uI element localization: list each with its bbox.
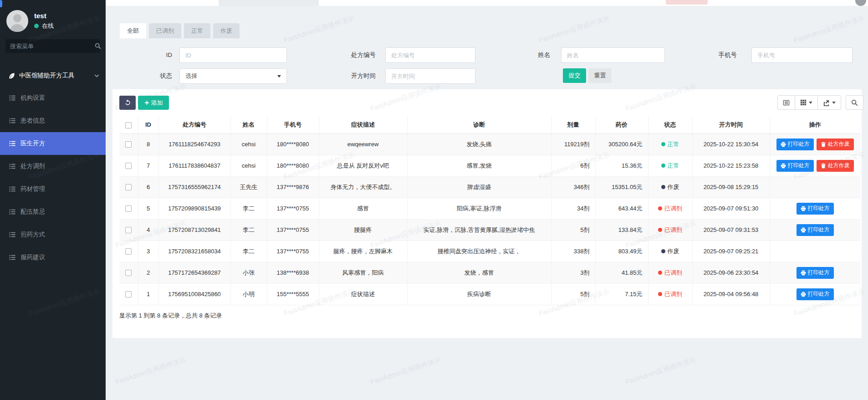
list-icon xyxy=(9,95,15,101)
cell-symptom: 腰腿疼 xyxy=(319,219,407,241)
tab-已调剂[interactable]: 已调剂 xyxy=(149,23,181,38)
filter-id-input[interactable] xyxy=(179,47,287,63)
cell-diagnosis: 腰椎间盘突出压迫神经，实证， xyxy=(407,241,551,262)
list-icon xyxy=(9,209,15,215)
cell-price: 15351.05元 xyxy=(595,176,648,198)
action-button-label: 打印处方 xyxy=(788,140,810,148)
print-prescription-button[interactable]: 打印处方 xyxy=(776,160,814,172)
print-prescription-button[interactable]: 打印处方 xyxy=(776,138,814,150)
detail-view-button[interactable] xyxy=(777,95,795,110)
filter-id-label: ID xyxy=(114,47,172,63)
cell-id: 2 xyxy=(138,262,158,283)
add-button[interactable]: 添加 xyxy=(138,96,169,110)
sidebar-item-label: 煎药方式 xyxy=(20,231,45,239)
filter-status-select[interactable]: 选择 xyxy=(179,68,287,84)
status-badge: 作废 xyxy=(661,247,679,256)
status-label: 已调剂 xyxy=(664,290,682,298)
cell-diagnosis: 实证,脉滑，沉脉,舌苔黄厚腻,湿热淤堵中焦 xyxy=(407,219,551,241)
cell-phone: 137****0755 xyxy=(267,219,319,241)
search-icon[interactable] xyxy=(95,43,101,49)
filter-name-input[interactable] xyxy=(561,47,665,63)
void-prescription-button[interactable]: 处方作废 xyxy=(817,160,854,172)
table-row: 31757208321658034李二137****0755腿疼，腰疼，左脚麻木… xyxy=(119,241,860,262)
row-checkbox[interactable] xyxy=(125,248,132,255)
app-menu-header[interactable]: 中医馆辅助开方工具 xyxy=(0,67,106,84)
col-dose: 剂量 xyxy=(551,116,595,133)
row-checkbox[interactable] xyxy=(125,163,132,169)
sidebar-item-药材管理[interactable]: 药材管理 xyxy=(0,178,106,200)
tab-作废[interactable]: 作废 xyxy=(213,23,240,38)
sidebar-item-医生开方[interactable]: 医生开方 xyxy=(0,132,106,155)
trash-icon xyxy=(821,142,826,147)
print-prescription-button[interactable]: 打印处方 xyxy=(797,203,834,215)
sidebar-item-服药建议[interactable]: 服药建议 xyxy=(0,246,106,269)
status-tabs: 全部已调剂正常作废 xyxy=(120,23,240,38)
refresh-button[interactable] xyxy=(119,96,136,110)
cell-name: 小明 xyxy=(230,283,267,305)
person-icon xyxy=(6,10,28,32)
menu-search-input[interactable] xyxy=(5,43,95,50)
status-badge: 已调剂 xyxy=(658,205,682,213)
export-button[interactable] xyxy=(817,95,841,110)
filter-phone-input[interactable] xyxy=(751,47,853,63)
status-dot-icon xyxy=(661,142,665,146)
topbar-pink-badge xyxy=(666,0,708,5)
sidebar-item-机构设置[interactable]: 机构设置 xyxy=(0,87,106,109)
list-alt-icon xyxy=(783,99,790,106)
search-toggle-button[interactable] xyxy=(846,95,863,110)
print-prescription-button[interactable]: 打印处方 xyxy=(797,224,834,236)
columns-button[interactable] xyxy=(795,95,818,110)
cell-symptom: 风寒感冒，阳病 xyxy=(319,262,407,283)
row-checkbox[interactable] xyxy=(125,270,132,276)
cell-code: 1756951008425860 xyxy=(158,283,230,305)
row-checkbox[interactable] xyxy=(125,184,132,190)
row-checkbox[interactable] xyxy=(125,141,132,148)
cell-price: 803.49元 xyxy=(595,241,648,262)
row-checkbox[interactable] xyxy=(125,291,132,297)
cell-phone: 180****8080 xyxy=(267,133,319,155)
cell-actions: 打印处方处方作废 xyxy=(770,133,860,155)
print-prescription-button[interactable]: 打印处方 xyxy=(797,288,834,300)
user-name: test xyxy=(34,12,54,20)
cell-status: 已调剂 xyxy=(648,219,692,241)
print-prescription-button[interactable]: 打印处方 xyxy=(797,267,834,279)
status-label: 已调剂 xyxy=(664,269,682,277)
reset-button[interactable]: 重置 xyxy=(588,68,612,83)
col-diagnosis: 诊断 xyxy=(407,116,551,133)
select-all-checkbox[interactable] xyxy=(125,122,132,128)
cell-select xyxy=(119,176,138,198)
watermark-text: FastAdmin应用插件演示 xyxy=(624,355,697,386)
submit-button[interactable]: 提交 xyxy=(563,68,586,83)
status-badge: 正常 xyxy=(661,140,679,149)
printer-icon xyxy=(801,206,806,211)
online-status-dot xyxy=(34,24,39,28)
sidebar-item-label: 服药建议 xyxy=(20,253,45,262)
action-button-label: 打印处方 xyxy=(788,162,810,169)
sidebar-item-患者信息[interactable]: 患者信息 xyxy=(0,109,106,132)
cell-id: 8 xyxy=(138,133,158,155)
cell-status: 作废 xyxy=(648,176,692,198)
row-checkbox[interactable] xyxy=(125,227,132,233)
cell-price: 305200.64元 xyxy=(595,133,648,155)
sidebar-item-配伍禁忌[interactable]: 配伍禁忌 xyxy=(0,200,106,223)
list-icon xyxy=(9,118,15,124)
tab-正常[interactable]: 正常 xyxy=(184,23,210,38)
sidebar-item-处方调剂[interactable]: 处方调剂 xyxy=(0,155,106,178)
cell-select xyxy=(119,133,138,155)
cell-status: 已调剂 xyxy=(648,262,692,283)
void-prescription-button[interactable]: 处方作废 xyxy=(817,138,854,150)
filter-code-input[interactable] xyxy=(385,47,475,63)
table-header-row: ID 处方编号 姓名 手机号 症状描述 诊断 剂量 药价 状态 开方时间 操作 xyxy=(119,116,860,133)
cell-name: 李二 xyxy=(230,198,267,219)
row-checkbox[interactable] xyxy=(125,205,132,212)
tab-全部[interactable]: 全部 xyxy=(120,23,146,38)
col-id: ID xyxy=(138,116,158,133)
avatar xyxy=(6,10,28,32)
cell-id: 1 xyxy=(138,283,158,305)
filter-phone-label: 手机号 xyxy=(679,47,737,63)
col-time: 开方时间 xyxy=(692,116,770,133)
filter-time-input[interactable] xyxy=(385,68,475,84)
cell-symptom: 总是从 反对反对v吧 xyxy=(319,155,407,176)
cell-actions: 打印处方 xyxy=(770,283,860,305)
sidebar-item-煎药方式[interactable]: 煎药方式 xyxy=(0,223,106,246)
